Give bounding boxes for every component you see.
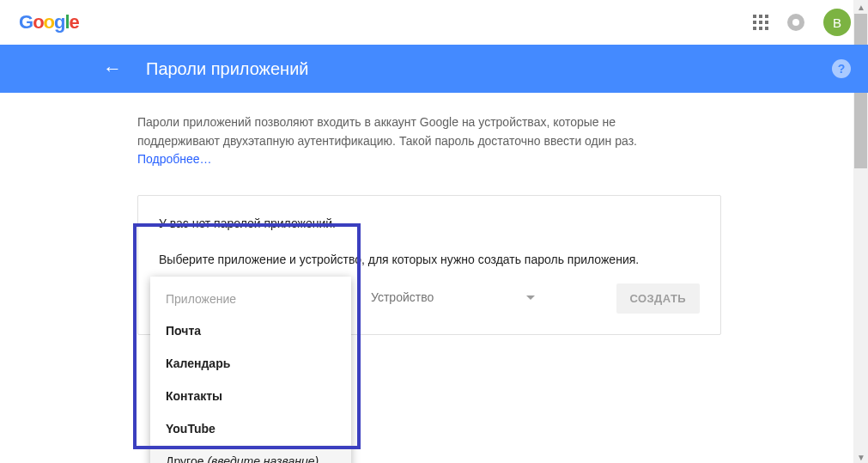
device-select-display[interactable]: Устройство [369, 285, 537, 310]
scroll-up-icon[interactable]: ▲ [857, 3, 865, 10]
dropdown-option-youtube[interactable]: YouTube [150, 412, 351, 445]
app-select-dropdown: Приложение Почта Календарь Контакты YouT… [150, 277, 351, 463]
dropdown-option-other[interactable]: Другое (введите название) [150, 445, 351, 463]
dropdown-option-mail[interactable]: Почта [150, 314, 351, 347]
notifications-icon[interactable] [787, 14, 804, 31]
dropdown-option-calendar[interactable]: Календарь [150, 347, 351, 380]
apps-grid-icon[interactable] [753, 15, 768, 30]
google-logo[interactable]: Google [19, 11, 79, 34]
help-icon[interactable]: ? [832, 59, 851, 78]
back-arrow-icon[interactable]: ← [103, 58, 122, 80]
description-body: Пароли приложений позволяют входить в ак… [137, 115, 637, 148]
select-prompt-text: Выберите приложение и устройство, для ко… [159, 253, 700, 266]
account-avatar[interactable]: B [823, 9, 851, 36]
content-area: Пароли приложений позволяют входить в ак… [0, 93, 704, 335]
learn-more-link[interactable]: Подробнее… [137, 152, 212, 166]
device-select-placeholder: Устройство [371, 290, 434, 304]
create-button[interactable]: СОЗДАТЬ [616, 283, 700, 314]
no-passwords-text: У вас нет паролей приложений. [159, 216, 700, 230]
page-header-bar: ← Пароли приложений ? [0, 45, 868, 93]
dropdown-option-other-hint: (введите название) [207, 454, 319, 463]
chevron-down-icon [526, 295, 535, 300]
page-title: Пароли приложений [146, 59, 309, 79]
app-passwords-card: У вас нет паролей приложений. Выберите п… [137, 195, 721, 335]
device-select[interactable]: Устройство [369, 285, 537, 310]
top-bar: Google B [0, 0, 868, 45]
dropdown-option-other-prefix: Другое [166, 454, 207, 463]
top-right-controls: B [753, 9, 851, 36]
dropdown-header: Приложение [150, 285, 351, 314]
app-select[interactable]: Приложение Приложение Почта Календарь Ко… [159, 285, 326, 310]
scroll-down-icon[interactable]: ▼ [857, 453, 865, 460]
dropdown-option-contacts[interactable]: Контакты [150, 380, 351, 412]
description-text: Пароли приложений позволяют входить в ак… [137, 113, 670, 169]
